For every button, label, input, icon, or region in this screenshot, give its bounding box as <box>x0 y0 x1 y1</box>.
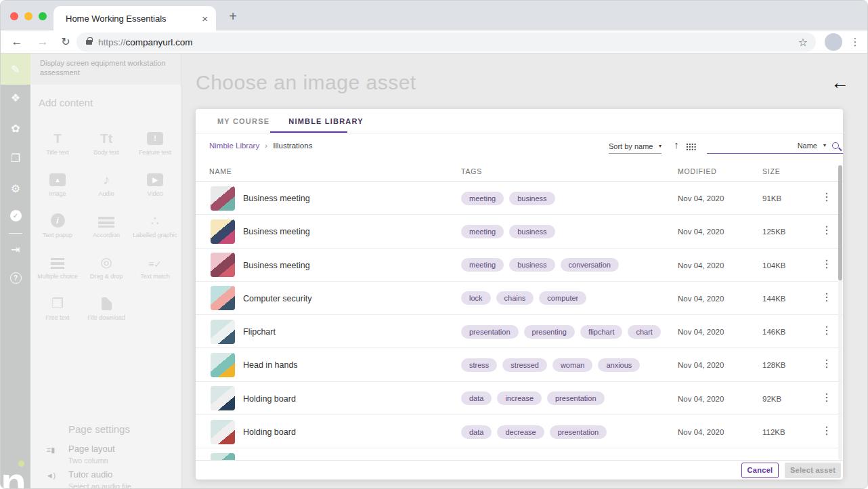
content-item-labelled-graphic[interactable]: ∴Labelled graphic <box>131 201 179 242</box>
forward-icon[interactable]: → <box>35 30 51 54</box>
asset-thumbnail <box>211 186 235 211</box>
content-item-label: Feature text <box>139 149 171 156</box>
content-item-drag-drop[interactable]: ◎Drag & drop <box>82 242 131 284</box>
reload-icon[interactable]: ↻ <box>58 30 74 54</box>
content-item-image[interactable]: ▲Image <box>33 160 82 201</box>
row-menu-icon[interactable]: ⋮ <box>819 391 835 404</box>
content-item-file-download[interactable]: File download <box>82 284 131 325</box>
content-item-label: Labelled graphic <box>133 232 177 238</box>
rail-settings-button[interactable]: ⚙ <box>1 175 30 201</box>
content-item-body-text[interactable]: TtBody text <box>82 119 131 160</box>
gear-icon: ⚙ <box>11 182 20 195</box>
content-item-audio[interactable]: ♪Audio <box>82 160 131 201</box>
row-menu-icon[interactable]: ⋮ <box>819 357 835 370</box>
breadcrumb-root[interactable]: Nimble Library <box>209 142 259 150</box>
partial-row-thumbnail <box>211 453 235 460</box>
back-icon[interactable]: ← <box>9 30 25 54</box>
bookmark-star-icon[interactable]: ☆ <box>798 36 808 49</box>
row-menu-icon[interactable]: ⋮ <box>819 224 835 236</box>
asset-size: 104KB <box>762 261 786 270</box>
search-filter-dropdown[interactable]: Name <box>798 142 817 150</box>
row-menu-icon[interactable]: ⋮ <box>819 257 835 270</box>
content-item-title-text[interactable]: TTitle text <box>33 119 82 160</box>
row-menu-icon[interactable]: ⋮ <box>819 324 835 337</box>
content-item-accordion[interactable]: Accordion <box>82 201 131 242</box>
profile-avatar[interactable] <box>825 33 842 51</box>
asset-size: 125KB <box>762 228 786 236</box>
table-row[interactable]: Business meetingmeetingbusinessNov 04, 2… <box>196 215 843 248</box>
table-row[interactable]: Flipchartpresentationpresentingflipchart… <box>196 315 843 348</box>
url-text[interactable]: https://companyurl.com <box>98 37 798 47</box>
select-asset-button[interactable]: Select asset <box>785 463 841 478</box>
browser-tab[interactable]: Home Working Essentials × <box>53 6 216 30</box>
maximize-window-button[interactable] <box>39 12 47 20</box>
rail-exit-button[interactable]: ⇥ <box>1 236 30 262</box>
asset-name: Holding board <box>243 427 296 437</box>
table-row[interactable]: Holding boarddataincreasepresentationNov… <box>196 382 843 415</box>
tag-chip: flipchart <box>580 325 623 339</box>
search-icon[interactable] <box>832 142 839 149</box>
close-window-button[interactable] <box>10 12 18 20</box>
modal-scrollbar-thumb[interactable] <box>838 165 842 280</box>
labelled-graphic-icon: ∴ <box>151 214 160 228</box>
content-item-text-popup[interactable]: iText popup <box>33 201 82 242</box>
rail-pages-button[interactable]: ❐ <box>1 145 30 171</box>
tag-chip: chart <box>628 325 660 339</box>
upload-icon[interactable]: ↑ <box>670 139 683 150</box>
table-header: NAME TAGS MODIFIED SIZE <box>196 161 843 182</box>
table-row[interactable]: Holding boarddatadecreasepresentationNov… <box>196 415 843 448</box>
content-item-feature-text[interactable]: !Feature text <box>131 119 179 160</box>
row-menu-icon[interactable]: ⋮ <box>819 190 835 203</box>
tab-close-icon[interactable]: × <box>202 14 208 24</box>
tag-chip: anxious <box>598 358 640 372</box>
new-tab-button[interactable]: + <box>224 7 242 25</box>
asset-modified: Nov 04, 2020 <box>678 228 724 236</box>
search-input[interactable] <box>710 141 791 150</box>
asset-thumbnail <box>211 320 235 344</box>
tutor-audio-title: Tutor audio <box>68 469 131 480</box>
asset-modified: Nov 04, 2020 <box>678 395 724 403</box>
row-menu-icon[interactable]: ⋮ <box>819 424 835 437</box>
cancel-button[interactable]: Cancel <box>741 463 779 478</box>
breadcrumb-current: Illustrations <box>273 142 312 150</box>
asset-size: 146KB <box>762 328 786 336</box>
asset-modified: Nov 04, 2020 <box>678 428 724 436</box>
rail-theme-button[interactable]: ✿ <box>1 115 30 141</box>
content-item-text-match[interactable]: ≡✓Text match <box>131 242 179 284</box>
asset-name: Computer security <box>243 294 311 303</box>
overlay-back-icon[interactable]: ← <box>831 72 849 93</box>
asset-size: 112KB <box>762 428 785 436</box>
search-field[interactable]: Name ▾ <box>707 137 843 154</box>
sort-label: Sort by name <box>609 142 653 150</box>
drag-drop-icon: ◎ <box>100 255 112 269</box>
rail-layers-button[interactable]: ❖ <box>1 85 30 110</box>
table-row[interactable]: Business meetingmeetingbusinessNov 04, 2… <box>196 182 843 215</box>
table-row[interactable]: Business meetingmeetingbusinessconversat… <box>196 249 843 282</box>
table-row[interactable]: Head in handsstressstressedwomananxiousN… <box>196 348 843 381</box>
rail-edit-button[interactable]: ✎ <box>1 54 30 85</box>
content-item-label: Video <box>148 190 163 197</box>
rail-publish-button[interactable]: ✓ <box>1 203 30 228</box>
sort-dropdown[interactable]: Sort by name ▾ <box>609 139 661 154</box>
content-item-free-text[interactable]: ❐Free text <box>33 284 82 325</box>
browser-menu-icon[interactable]: ⋮ <box>847 30 863 54</box>
row-menu-icon[interactable]: ⋮ <box>819 291 835 303</box>
chevron-down-icon: ▾ <box>823 142 826 148</box>
grid-view-icon[interactable] <box>686 143 696 150</box>
table-row[interactable]: Computer securitylockchainscomputerNov 0… <box>196 282 843 315</box>
minimize-window-button[interactable] <box>24 12 32 20</box>
asset-tags: meetingbusiness <box>461 192 555 205</box>
content-item-multiple-choice[interactable]: Multiple choice <box>33 242 82 284</box>
image-icon: ▲ <box>49 173 66 186</box>
page-layout-icon: ≡▮ <box>43 444 59 454</box>
address-bar[interactable]: https://companyurl.com ☆ <box>77 33 816 51</box>
page-layout-value: Two column <box>68 456 115 465</box>
tab-nimble-library[interactable]: NIMBLE LIBRARY <box>288 117 364 125</box>
tutor-audio-setting[interactable]: ◄) Tutor audio Select an audio file <box>43 469 131 489</box>
asset-modified: Nov 04, 2020 <box>678 295 724 303</box>
rail-help-button[interactable]: ? <box>1 265 30 291</box>
content-item-video[interactable]: ▶Video <box>131 160 179 201</box>
page-layout-setting[interactable]: ≡▮ Page layout Two column <box>43 444 115 465</box>
asset-tags: stressstressedwomananxious <box>461 358 640 372</box>
tab-my-course[interactable]: MY COURSE <box>217 117 269 125</box>
